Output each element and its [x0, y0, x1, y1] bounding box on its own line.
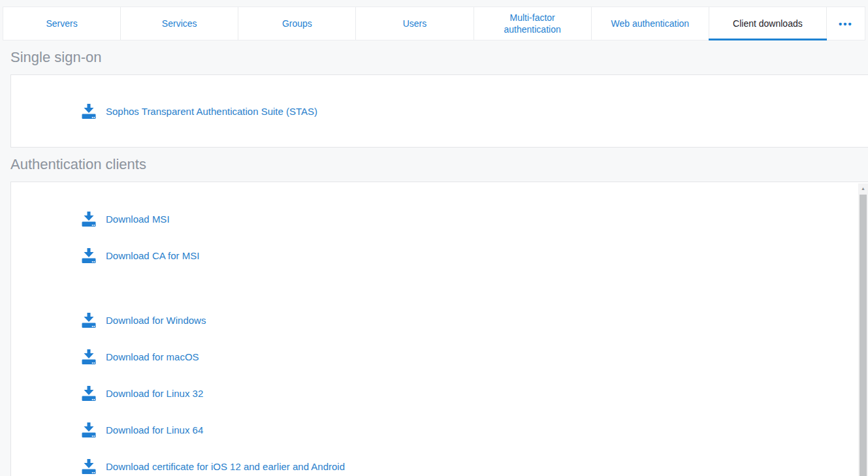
section-title: Authentication clients	[0, 148, 868, 182]
tab-multi-factor-authentication[interactable]: Multi-factor authentication	[474, 7, 592, 40]
section-title: Single sign-on	[0, 40, 868, 74]
tab-users[interactable]: Users	[356, 7, 474, 40]
download-row: Download for macOS	[11, 338, 868, 375]
card-body: Download MSI Download CA for MSI Downloa…	[11, 182, 868, 476]
download-icon[interactable]	[80, 247, 97, 264]
tab-label: Multi-factor authentication	[483, 12, 582, 35]
client-downloads-page: Servers Services Groups Users Multi-fact…	[0, 7, 868, 476]
download-icon[interactable]	[80, 312, 97, 328]
download-icon[interactable]	[80, 458, 97, 475]
tab-label: Client downloads	[733, 18, 803, 29]
download-icon[interactable]	[80, 422, 97, 438]
tab-label: Users	[403, 18, 427, 29]
download-link[interactable]: Download for Windows	[106, 315, 206, 326]
authentication-clients-section: Authentication clients Download MSI Dow	[0, 148, 868, 476]
tab-bar: Servers Services Groups Users Multi-fact…	[3, 7, 865, 40]
more-tabs-button[interactable]: •••	[827, 7, 865, 40]
scrollbar-thumb[interactable]	[860, 195, 867, 476]
tab-label: Web authentication	[611, 18, 689, 29]
single-sign-on-section: Single sign-on Sophos Transparent Authen…	[0, 40, 868, 148]
download-icon[interactable]	[80, 211, 97, 227]
page-content: Single sign-on Sophos Transparent Authen…	[0, 40, 868, 476]
authentication-clients-card: Download MSI Download CA for MSI Downloa…	[10, 182, 868, 476]
tab-label: Servers	[46, 18, 77, 29]
download-icon[interactable]	[80, 103, 97, 119]
download-link[interactable]: Download for Linux 32	[106, 388, 203, 399]
download-icon[interactable]	[80, 349, 97, 365]
download-row: Download MSI	[11, 200, 868, 237]
scroll-up-button[interactable]: ▲	[858, 183, 868, 193]
scrollbar[interactable]: ▲	[858, 183, 868, 476]
download-row: Download certificate for iOS 12 and earl…	[11, 448, 868, 476]
tab-services[interactable]: Services	[121, 7, 238, 40]
card-body: Sophos Transparent Authentication Suite …	[11, 93, 868, 129]
download-row: Download for Linux 32	[11, 375, 868, 411]
download-link[interactable]: Sophos Transparent Authentication Suite …	[106, 106, 317, 117]
download-link[interactable]: Download CA for MSI	[106, 250, 199, 261]
download-row: Download for Windows	[11, 302, 868, 338]
tab-label: Groups	[282, 18, 312, 29]
tab-list: Servers Services Groups Users Multi-fact…	[3, 7, 827, 40]
download-icon[interactable]	[80, 385, 97, 402]
download-row: Download CA for MSI	[11, 237, 868, 274]
tab-servers[interactable]: Servers	[3, 7, 121, 40]
tab-groups[interactable]: Groups	[238, 7, 356, 40]
download-link[interactable]: Download MSI	[106, 214, 170, 225]
single-sign-on-card: Sophos Transparent Authentication Suite …	[10, 74, 868, 148]
download-row: Sophos Transparent Authentication Suite …	[11, 93, 868, 129]
group-divider	[11, 274, 868, 302]
download-link[interactable]: Download for macOS	[106, 351, 199, 362]
download-link[interactable]: Download for Linux 64	[106, 424, 203, 436]
ellipsis-icon: •••	[839, 19, 853, 29]
download-link[interactable]: Download certificate for iOS 12 and earl…	[106, 461, 345, 472]
tab-client-downloads[interactable]: Client downloads	[709, 7, 827, 40]
tab-label: Services	[162, 18, 197, 29]
download-row: Download for Linux 64	[11, 411, 868, 448]
tab-web-authentication[interactable]: Web authentication	[592, 7, 709, 40]
